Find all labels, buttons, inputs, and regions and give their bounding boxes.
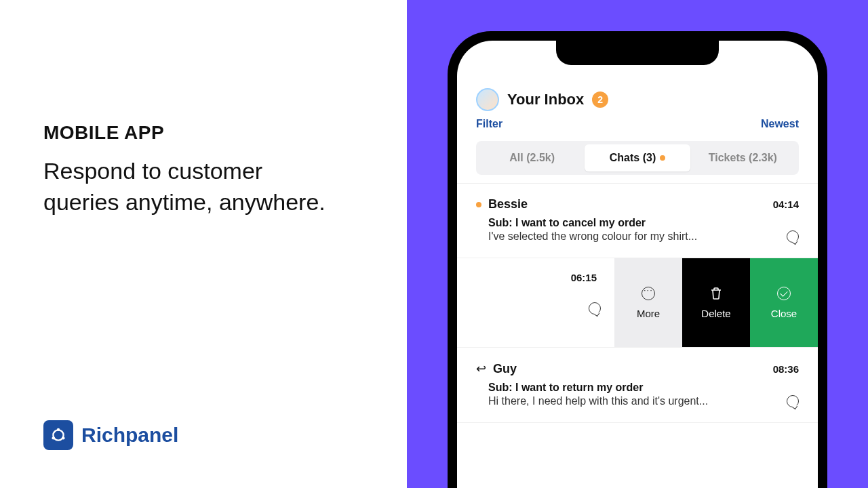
unread-badge: 2: [592, 92, 608, 108]
check-circle-icon: [777, 287, 791, 300]
chat-icon: [787, 395, 799, 407]
sender-name: Bessie: [488, 197, 528, 211]
close-button[interactable]: Close: [750, 258, 818, 347]
tabs: All (2.5k) Chats (3) Tickets (2.3k): [476, 141, 799, 175]
list-item[interactable]: ↩ Guy 08:36 Sub: I want to return my ord…: [457, 348, 818, 423]
svg-point-3: [62, 436, 64, 439]
filter-button[interactable]: Filter: [476, 118, 502, 130]
more-button[interactable]: More: [614, 258, 682, 347]
time-label: 06:15: [571, 272, 597, 283]
avatar[interactable]: [476, 88, 499, 111]
brand-logo-icon: [43, 420, 73, 450]
subject-label: Sub: I want to return my order: [488, 382, 799, 394]
tab-tickets[interactable]: Tickets (2.3k): [690, 144, 795, 171]
subject-label: on code: [457, 289, 601, 302]
phone-notch: [556, 41, 719, 65]
more-icon: [642, 287, 655, 300]
sender-name: Guy: [493, 362, 517, 376]
svg-point-1: [57, 428, 60, 431]
list-item[interactable]: 06:15 on code fe saver... More: [457, 258, 818, 348]
tab-all[interactable]: All (2.5k): [479, 144, 585, 171]
close-label: Close: [771, 308, 797, 319]
subject-label: Sub: I want to cancel my order: [488, 217, 799, 229]
tab-chats-label: Chats (3): [610, 152, 656, 164]
preview-text: I've selected the wrong colour for my sh…: [488, 230, 780, 243]
dot-icon: [660, 155, 665, 161]
reply-icon: ↩: [476, 361, 486, 376]
unread-dot-icon: [476, 202, 481, 207]
trash-icon: [709, 286, 724, 301]
delete-label: Delete: [701, 308, 730, 319]
chat-icon: [589, 302, 601, 314]
time-label: 04:14: [773, 199, 799, 210]
time-label: 08:36: [773, 363, 799, 375]
preview-text: Hi there, I need help with this and it's…: [488, 395, 780, 407]
svg-point-2: [52, 436, 54, 439]
delete-button[interactable]: Delete: [682, 258, 750, 347]
list-item[interactable]: Bessie 04:14 Sub: I want to cancel my or…: [457, 184, 818, 258]
marketing-eyebrow: MOBILE APP: [43, 122, 363, 144]
brand-lockup: Richpanel: [43, 420, 363, 450]
tab-chats[interactable]: Chats (3): [585, 144, 690, 171]
svg-point-0: [53, 430, 63, 440]
chat-icon: [787, 230, 799, 243]
preview-text: fe saver...: [457, 302, 582, 314]
marketing-headline: Respond to customer queries anytime, any…: [43, 156, 328, 218]
sort-button[interactable]: Newest: [761, 118, 799, 130]
page-title: Your Inbox: [507, 91, 584, 108]
brand-name: Richpanel: [81, 424, 178, 447]
phone-frame: Your Inbox 2 Filter Newest All (2.5k) Ch…: [448, 31, 827, 488]
more-label: More: [637, 308, 660, 319]
